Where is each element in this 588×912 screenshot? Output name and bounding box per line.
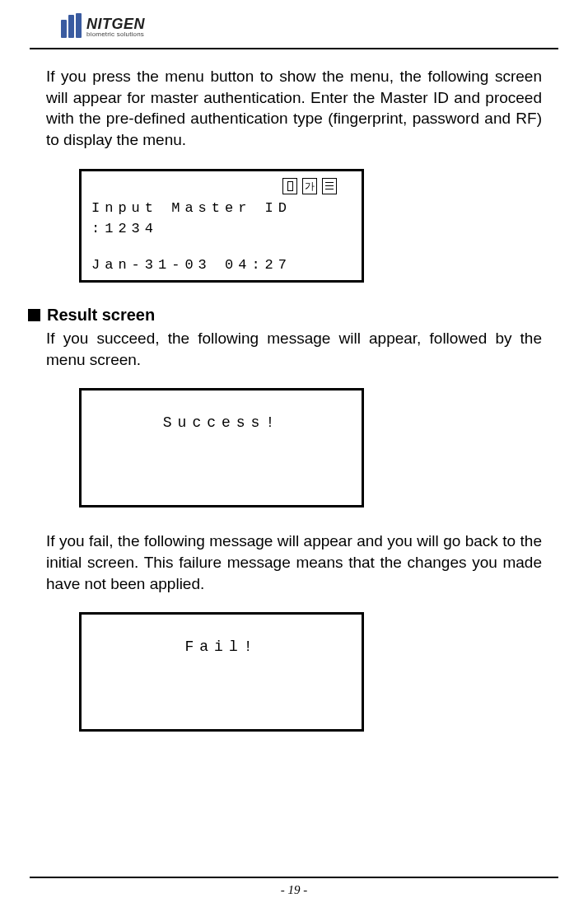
page-header: NITGEN biometric solutions bbox=[30, 0, 558, 49]
lcd-success: Success! bbox=[79, 388, 364, 507]
lcd-line-3: Jan-31-03 04:27 bbox=[91, 255, 352, 276]
page-content: If you press the menu button to show the… bbox=[0, 49, 588, 732]
logo-main: NITGEN bbox=[86, 16, 145, 31]
lcd-master-id: Input Master ID :1234 Jan-31-03 04:27 bbox=[79, 169, 364, 283]
square-bullet-icon bbox=[28, 309, 40, 321]
logo-sub: biometric solutions bbox=[86, 30, 145, 38]
result-heading-row: Result screen bbox=[28, 306, 542, 325]
lcd-fail: Fail! bbox=[79, 612, 364, 732]
intro-paragraph: If you press the menu button to show the… bbox=[46, 66, 542, 151]
lcd-success-text: Success! bbox=[91, 412, 352, 434]
lcd-line-2: :1234 bbox=[91, 218, 352, 240]
page-footer: - 19 - bbox=[30, 877, 558, 897]
fail-paragraph: If you fail, the following message will … bbox=[46, 531, 542, 594]
lcd-fail-text: Fail! bbox=[91, 636, 352, 658]
logo-icon bbox=[61, 13, 82, 41]
phone-icon bbox=[282, 178, 297, 194]
page-number: - 19 - bbox=[281, 883, 308, 896]
success-paragraph: If you succeed, the following message wi… bbox=[46, 328, 542, 370]
logo-text: NITGEN biometric solutions bbox=[86, 16, 145, 38]
list-icon bbox=[322, 178, 337, 194]
lcd-status-icons bbox=[91, 178, 352, 194]
lcd-line-1: Input Master ID bbox=[91, 198, 352, 219]
korean-icon bbox=[302, 178, 317, 194]
result-heading: Result screen bbox=[47, 306, 155, 325]
